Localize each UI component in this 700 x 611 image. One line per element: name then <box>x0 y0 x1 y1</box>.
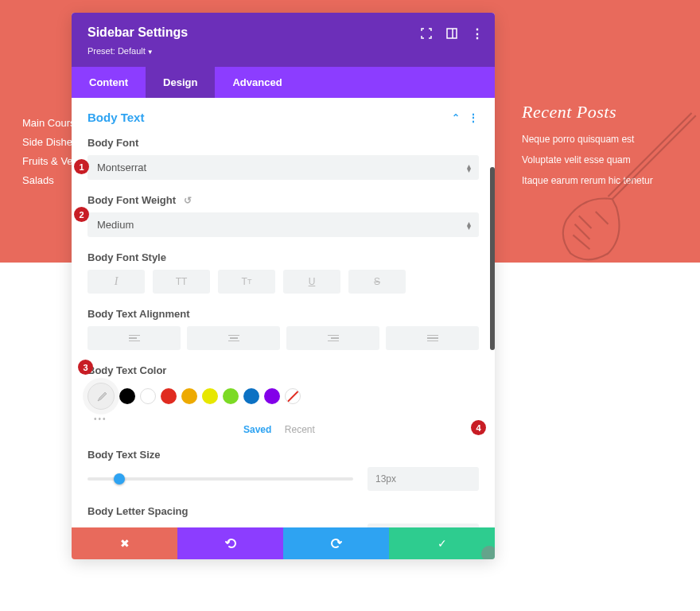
style-italic-button[interactable]: I <box>88 270 145 294</box>
align-right-button[interactable] <box>286 326 379 350</box>
body-font-weight-value: Medium <box>97 219 134 231</box>
color-swatch-orange[interactable] <box>181 388 197 404</box>
body-font-label: Body Font <box>88 137 479 149</box>
recent-post-link[interactable]: Neque porro quisquam est <box>522 134 681 145</box>
confirm-button[interactable]: ✓ <box>389 527 495 559</box>
recent-posts-panel: Recent Posts Neque porro quisquam est Vo… <box>522 102 681 196</box>
modal-body: Body Text ⌃ ⋮ Body Font Montserrat ▴▾ Bo… <box>72 98 495 527</box>
style-strikethrough-button[interactable]: S <box>348 270 406 294</box>
focus-icon[interactable] <box>420 27 433 40</box>
panel-icon[interactable] <box>445 27 458 40</box>
letter-spacing-input[interactable]: 0px <box>368 523 479 527</box>
slider-thumb[interactable] <box>114 473 125 485</box>
modal-header: Sidebar Settings Preset: Default▼ ⋮ <box>72 13 495 67</box>
recent-post-link[interactable]: Voluptate velit esse quam <box>522 154 681 165</box>
color-swatch-black[interactable] <box>119 388 135 404</box>
modal-tabs: Content Design Advanced <box>72 67 495 98</box>
annotation-badge-3: 3 <box>78 360 93 375</box>
section-title: Body Text <box>88 111 144 124</box>
body-font-weight-label: Body Font Weight ↺ <box>88 194 479 206</box>
annotation-badge-2: 2 <box>74 207 89 222</box>
cancel-button[interactable]: ✖ <box>72 527 177 559</box>
body-font-value: Montserrat <box>97 162 146 173</box>
style-uppercase-button[interactable]: TT <box>153 270 210 294</box>
body-font-style-label: Body Font Style <box>88 251 479 263</box>
style-underline-button[interactable]: U <box>283 270 340 294</box>
text-size-input[interactable]: 13px <box>368 467 479 491</box>
color-swatch-green[interactable] <box>223 388 239 404</box>
text-size-slider[interactable] <box>88 477 353 481</box>
body-text-size-label: Body Text Size <box>88 449 479 461</box>
color-swatch-blue[interactable] <box>243 388 259 404</box>
color-swatch-red[interactable] <box>161 388 177 404</box>
annotation-badge-4: 4 <box>471 420 486 435</box>
scrollbar[interactable] <box>490 167 495 350</box>
section-body-text-header[interactable]: Body Text ⌃ ⋮ <box>88 111 479 124</box>
color-tab-recent[interactable]: Recent <box>285 424 315 435</box>
select-caret-icon: ▴▾ <box>467 221 471 229</box>
tab-design[interactable]: Design <box>146 67 215 98</box>
style-smallcaps-button[interactable]: TT <box>218 270 275 294</box>
resize-handle[interactable] <box>481 546 495 559</box>
reset-icon[interactable]: ↺ <box>184 195 192 206</box>
color-tab-saved[interactable]: Saved <box>243 424 271 435</box>
color-swatch-yellow[interactable] <box>202 388 218 404</box>
collapse-icon[interactable]: ⌃ <box>452 112 460 123</box>
body-text-color-label: Body Text Color <box>88 364 479 376</box>
tab-advanced[interactable]: Advanced <box>215 67 299 98</box>
recent-post-link[interactable]: Itaque earum rerum hic tenetur <box>522 175 681 186</box>
modal-footer: ✖ ✓ <box>72 527 495 559</box>
color-swatch-none[interactable] <box>285 388 301 404</box>
svg-rect-6 <box>447 29 457 38</box>
body-font-select[interactable]: Montserrat ▴▾ <box>88 155 479 180</box>
align-center-button[interactable] <box>187 326 280 350</box>
modal-preset-selector[interactable]: Preset: Default▼ <box>88 43 479 57</box>
color-swatch-purple[interactable] <box>264 388 280 404</box>
align-justify-button[interactable] <box>386 326 479 350</box>
color-swatch-white[interactable] <box>140 388 156 404</box>
body-letter-spacing-label: Body Letter Spacing <box>88 505 479 517</box>
select-caret-icon: ▴▾ <box>467 164 471 172</box>
align-left-button[interactable] <box>88 326 181 350</box>
body-font-weight-select[interactable]: Medium ▴▾ <box>88 212 479 237</box>
annotation-badge-1: 1 <box>74 159 89 174</box>
more-icon[interactable]: ⋮ <box>471 27 484 40</box>
settings-modal: Sidebar Settings Preset: Default▼ ⋮ Cont… <box>72 13 495 559</box>
color-picker-button[interactable] <box>88 383 115 410</box>
undo-button[interactable] <box>177 527 283 559</box>
body-text-alignment-label: Body Text Alignment <box>88 308 479 320</box>
section-more-icon[interactable]: ⋮ <box>468 111 479 124</box>
recent-posts-title: Recent Posts <box>522 102 681 123</box>
redo-button[interactable] <box>283 527 389 559</box>
tab-content[interactable]: Content <box>72 67 146 98</box>
